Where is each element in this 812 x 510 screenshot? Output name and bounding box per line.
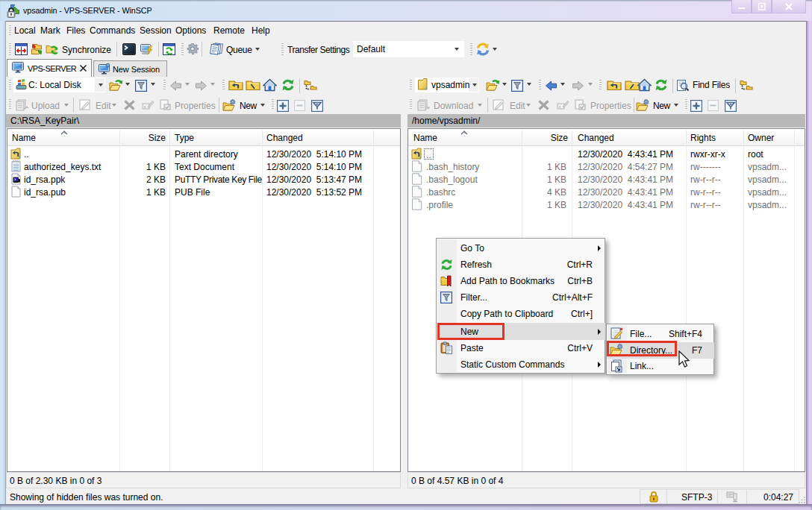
svg-text:x: x (144, 104, 146, 109)
svg-text:x: x (559, 104, 561, 109)
